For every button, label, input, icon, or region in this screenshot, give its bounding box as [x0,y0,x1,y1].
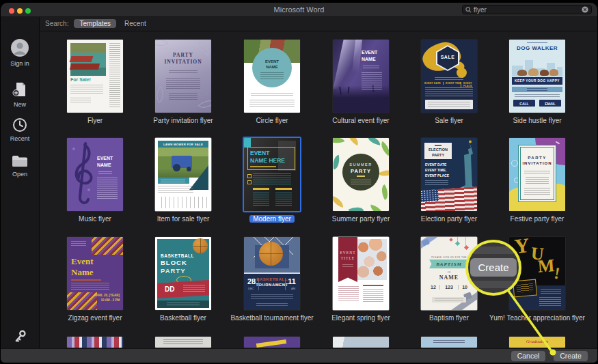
statue-of-liberty-art [457,140,474,191]
sidebar: Sign in New Recent Open [1,17,40,348]
template-card-summer-party[interactable]: SUMMER PARTY Summer party flyer [333,138,389,225]
sidebar-item-new[interactable]: New [1,82,39,108]
art-line2: INVITATION [155,59,211,65]
basketball-art [193,238,208,253]
template-thumbnail[interactable] [421,337,477,348]
art-line2: Name [71,267,94,278]
template-thumbnail[interactable] [244,337,300,348]
template-card-sale[interactable]: SALE EVENT DATE EVENT TIME EVENT PLACE S… [421,40,477,127]
template-thumbnail[interactable]: 28 DEC BASKETBALL TOURNAMENT 11 AM [244,237,300,310]
template-card-partial-4[interactable] [333,337,389,348]
art-badge: DD [165,285,174,293]
art-d1: EVENT DATE [425,163,446,167]
art-banner: BAPTISM [429,262,469,267]
template-thumbnail[interactable] [333,337,389,348]
template-card-partial-2[interactable] [155,337,211,348]
art-d3: EVENT PLACE [425,173,449,178]
template-card-music[interactable]: EVENT NAME Music flyer [67,138,123,225]
sidebar-item-label: Open [1,171,39,178]
search-scope-control: Search: Templates Recent [45,18,149,29]
art-date: APRIL 20, [YEAR] [94,294,120,297]
sidebar-item-recent[interactable]: Recent [1,117,39,142]
template-card-flyer[interactable]: For Sale! Flyer [67,40,123,127]
template-card-festive-party[interactable]: PARTY INVITATION Festive party flyer [509,138,565,225]
sidebar-item-label: Sign in [1,60,39,67]
template-thumbnail[interactable]: Graduation [509,337,565,348]
template-card-circle[interactable]: EVENT NAME Circle flyer [244,40,300,127]
template-card-partial-1[interactable] [67,337,123,348]
template-thumbnail[interactable]: EVENT NAME [333,40,389,113]
template-card-yum-teacher[interactable]: Y U M ! Yum! Teacher appreciation flyer [509,237,565,324]
search-input[interactable]: flyer [462,5,592,14]
art-line1: EVENT [250,150,269,156]
template-thumbnail[interactable]: SUMMER PARTY [333,138,389,211]
template-card-basketball[interactable]: BASKETBALL BLOCK PARTY DD Basketball fly… [155,237,211,324]
search-icon [465,7,472,13]
art-line2: NAME HERE [250,157,285,164]
art-time: 10 AM - 3 PM [100,298,120,302]
tab-templates[interactable]: Templates [74,19,116,28]
art-hour-unit: AM [291,287,295,290]
template-card-partial-3[interactable] [244,337,300,348]
art-line2: PARTY [342,168,379,174]
sidebar-item-sign-in[interactable]: Sign in [1,38,39,67]
create-button[interactable]: Create [554,351,588,361]
art-line1: PARTY [155,52,211,58]
template-thumbnail[interactable]: EVENT TITLE [333,237,389,310]
template-thumbnail[interactable] [67,337,123,348]
template-thumbnail[interactable]: LAWN MOWER FOR SALE [155,138,211,211]
art-line2: PARTY [424,153,452,157]
template-thumbnail[interactable]: EVENT NAME [244,40,300,113]
template-card-party-invitation[interactable]: PARTY INVITATION Party invitation flyer [155,40,211,127]
art-headline: LAWN MOWER FOR SALE [158,143,208,146]
template-thumbnail[interactable]: EVENT NAME HERE [244,138,300,211]
template-card-cultural-event[interactable]: EVENT NAME Cultural event flyer [333,40,389,127]
template-card-elegant-spring[interactable]: EVENT TITLE Elegant spring flyer [333,237,389,324]
clock-icon [12,117,27,132]
art-col3: EVENT PLACE [461,82,477,87]
template-card-side-hustle[interactable]: DOG WALKER KEEP YOUR DOG HAPPY CALL [509,40,565,127]
template-thumbnail[interactable]: BASKETBALL BLOCK PARTY DD [155,237,211,310]
template-thumbnail[interactable]: PARTY INVITATION [509,138,565,211]
template-thumbnail[interactable]: SALE EVENT DATE EVENT TIME EVENT PLACE [421,40,477,113]
template-card-modern-selected[interactable]: EVENT NAME HERE Modern flyer [244,138,300,225]
template-card-item-for-sale[interactable]: LAWN MOWER FOR SALE Item for sale flyer [155,138,211,225]
art-col2: EVENT TIME [443,82,461,85]
art-line2: NAME [252,65,292,69]
sidebar-item-open[interactable]: Open [1,154,39,178]
new-document-icon [12,82,27,98]
template-thumbnail[interactable]: For Sale! [67,40,123,113]
template-card-election-party[interactable]: ELECTION PARTY EVENT DATE EVENT TIME. EV… [421,138,477,225]
art-line1: Event [71,256,94,267]
cancel-button[interactable]: Cancel [511,351,545,361]
template-thumbnail[interactable]: PARTY INVITATION [155,40,211,113]
art-line1: EVENT [252,59,292,64]
tab-recent[interactable]: Recent [122,19,149,28]
template-thumbnail[interactable] [155,337,211,348]
art-line2: NAME [362,57,376,61]
clear-search-icon[interactable] [582,6,588,13]
template-thumbnail[interactable]: DOG WALKER KEEP YOUR DOG HAPPY CALL [509,40,565,113]
template-card-partial-5[interactable] [421,337,477,348]
sidebar-item-label: Recent [1,135,39,142]
art-line2: TITLE [338,256,357,260]
template-thumbnail[interactable]: EVENT NAME [67,138,123,211]
create-callout-magnifier: Create [466,240,521,295]
art-btn2: EMAIL [539,102,561,106]
template-thumbnail[interactable]: Event Name APRIL 20, [YEAR] 10 AM - 3 PM [67,237,123,310]
template-card-baptism[interactable]: PLEASE JOIN US FOR THE BAPTISM OF NAME 1… [421,237,477,324]
callout-create-label: Create [470,262,517,273]
art-col1: EVENT DATE [424,82,441,85]
template-thumbnail[interactable]: ELECTION PARTY EVENT DATE EVENT TIME. EV… [421,138,477,211]
sidebar-item-label: New [1,101,39,108]
art-line1: EVENT [338,251,357,255]
template-card-zigzag-event[interactable]: Event Name APRIL 20, [YEAR] 10 AM - 3 PM… [67,237,123,324]
art-n2: 123 [439,285,459,290]
art-n3: 10 [462,285,467,290]
art-line3: PARTY [161,267,186,275]
template-card-basketball-tournament[interactable]: 28 DEC BASKETBALL TOURNAMENT 11 AM Baske… [244,237,300,324]
template-card-partial-6[interactable]: Graduation [509,337,565,348]
art-graduation-text: Graduation [509,339,565,344]
basketball-art [259,242,283,266]
art-line1: EVENT [362,50,377,55]
